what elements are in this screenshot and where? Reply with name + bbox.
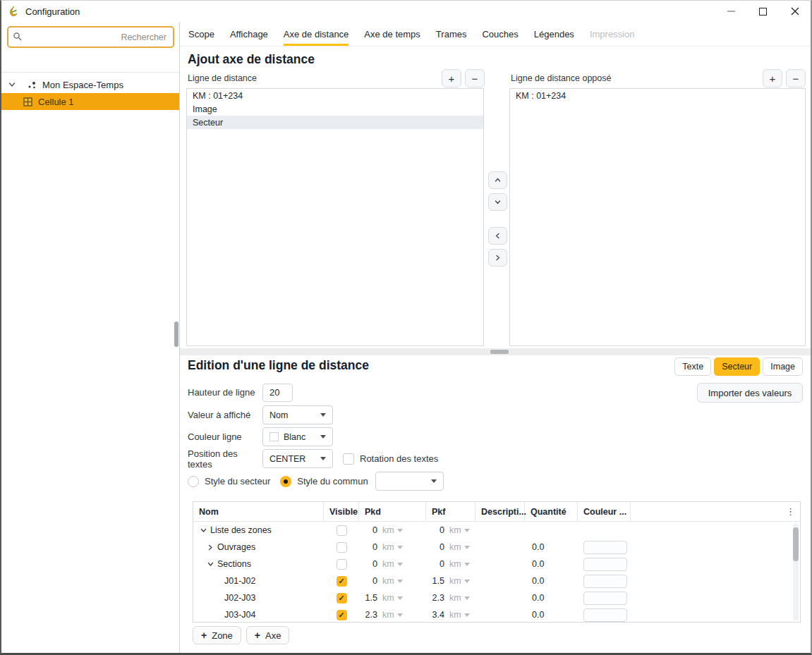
couleur-input[interactable] <box>583 608 627 622</box>
couleur-dropdown[interactable]: Blanc <box>262 427 333 446</box>
pkd-cell-value[interactable]: 0 <box>359 576 377 586</box>
tab-axe-de-distance[interactable]: Axe de distance <box>284 22 349 46</box>
visible-checkbox[interactable] <box>337 525 347 536</box>
column-header-visible[interactable]: Visible <box>324 502 359 521</box>
hauteur-input[interactable] <box>262 384 293 402</box>
add-ligne-button[interactable]: + <box>442 69 461 87</box>
pkf-cell-value[interactable]: 2.3 <box>426 593 444 603</box>
column-header-quantite[interactable]: Quantité <box>525 502 578 521</box>
pkd-cell-value[interactable]: 1.5 <box>359 593 377 603</box>
visible-checkbox[interactable]: ✓ <box>337 593 347 604</box>
table-row[interactable]: Sections0km0km0.0 <box>193 556 800 573</box>
style-commun-radio[interactable] <box>280 476 291 487</box>
pkd-cell-value[interactable]: 0 <box>359 559 377 569</box>
pkd-cell-unit[interactable]: km <box>382 610 394 620</box>
table-row[interactable]: Ouvrages0km0km0.0 <box>193 539 800 556</box>
splitter-grip[interactable] <box>490 350 509 354</box>
pkf-cell-unit[interactable]: km <box>449 593 461 603</box>
pkf-cell-value[interactable]: 3.4 <box>426 610 444 620</box>
column-header-pkd[interactable]: Pkd <box>359 502 426 521</box>
table-row[interactable]: J01-J02✓0km1.5km0.0 <box>193 573 800 589</box>
list-item[interactable]: Secteur <box>187 116 483 129</box>
pkd-cell-unit[interactable]: km <box>382 542 394 552</box>
mode-button-secteur[interactable]: Secteur <box>714 357 760 376</box>
remove-ligne-button[interactable]: − <box>465 69 485 87</box>
expander-down-icon[interactable] <box>198 527 209 534</box>
tree-item-espace-temps[interactable]: Mon Espace-Temps <box>1 76 179 93</box>
import-values-button[interactable]: Importer des valeurs <box>697 383 803 403</box>
couleur-input[interactable] <box>583 541 627 554</box>
tab-couches[interactable]: Couches <box>482 22 518 46</box>
add-zone-button[interactable]: +Zone <box>193 626 241 644</box>
pkf-cell-value[interactable]: 1.5 <box>426 576 444 586</box>
visible-checkbox[interactable] <box>337 559 347 570</box>
tree-item-cellule-1[interactable]: Cellule 1 <box>1 93 179 110</box>
tab-legendes[interactable]: Légendes <box>534 22 574 46</box>
column-header-couleur[interactable]: Couleur ... <box>578 502 631 521</box>
pkf-cell-unit[interactable]: km <box>449 525 461 535</box>
table-scrollbar[interactable] <box>793 523 799 620</box>
move-down-button[interactable] <box>488 193 507 211</box>
pkf-cell: 2.3km <box>426 589 475 606</box>
pkf-cell-value[interactable]: 0 <box>426 542 444 552</box>
pkd-cell-unit[interactable]: km <box>382 593 394 603</box>
expander-right-icon[interactable] <box>205 544 216 551</box>
column-header-pkf[interactable]: Pkf <box>426 502 475 521</box>
list-item[interactable]: KM : 01+234 <box>510 89 805 102</box>
maximize-button[interactable] <box>747 1 779 22</box>
minimize-button[interactable] <box>715 1 747 22</box>
column-options-icon[interactable]: ⋮ <box>786 506 795 518</box>
pkf-cell-unit[interactable]: km <box>449 576 461 586</box>
tab-impression[interactable]: Impression <box>590 22 635 46</box>
pkd-cell-value[interactable]: 2.3 <box>359 610 377 620</box>
tab-affichage[interactable]: Affichage <box>230 22 268 46</box>
pkf-cell-value[interactable]: 0 <box>426 559 444 569</box>
search-input[interactable] <box>7 26 174 48</box>
pkf-cell-unit[interactable]: km <box>449 542 461 552</box>
style-secteur-radio[interactable] <box>188 476 199 487</box>
couleur-input[interactable] <box>583 558 627 571</box>
add-axe-button[interactable]: +Axe <box>246 626 290 644</box>
sidebar-scrollbar[interactable] <box>174 322 178 347</box>
tab-scope[interactable]: Scope <box>188 22 214 46</box>
pkf-cell-unit[interactable]: km <box>449 559 461 569</box>
chevron-down-icon[interactable] <box>7 80 17 89</box>
list-item[interactable]: KM : 01+234 <box>187 89 483 102</box>
table-row[interactable]: J03-J04✓2.3km3.4km0.0 <box>193 606 800 623</box>
move-left-button[interactable] <box>488 227 507 245</box>
valeur-dropdown[interactable]: Nom <box>262 405 333 424</box>
chevron-up-icon <box>494 176 502 184</box>
tab-axe-de-temps[interactable]: Axe de temps <box>364 22 420 46</box>
horizontal-splitter[interactable] <box>180 348 811 355</box>
pkf-cell-value[interactable]: 0 <box>426 525 444 535</box>
table-row[interactable]: J02-J03✓1.5km2.3km0.0 <box>193 589 800 606</box>
pkd-cell-unit[interactable]: km <box>382 559 394 569</box>
couleur-input[interactable] <box>583 592 627 605</box>
couleur-input[interactable] <box>583 575 627 588</box>
style-dropdown[interactable] <box>375 472 444 491</box>
visible-checkbox[interactable]: ✓ <box>337 576 347 587</box>
pkd-cell-unit[interactable]: km <box>382 525 394 535</box>
move-right-button[interactable] <box>488 249 507 267</box>
visible-checkbox[interactable]: ✓ <box>337 610 347 620</box>
position-dropdown[interactable]: CENTER <box>262 449 333 468</box>
rotation-checkbox[interactable] <box>343 453 354 465</box>
close-button[interactable] <box>779 1 811 22</box>
mode-button-texte[interactable]: Texte <box>674 357 711 376</box>
pkd-cell-value[interactable]: 0 <box>359 542 377 552</box>
column-header-descripti[interactable]: Descripti... <box>475 502 525 521</box>
table-row[interactable]: Liste des zones0km0km <box>193 522 800 539</box>
move-up-button[interactable] <box>488 171 507 189</box>
table-scrollbar-thumb[interactable] <box>793 527 799 561</box>
pkf-cell-unit[interactable]: km <box>449 610 461 620</box>
list-item[interactable]: Image <box>187 102 483 116</box>
add-ligne-oppose-button[interactable]: + <box>763 69 782 87</box>
mode-button-image[interactable]: Image <box>763 357 803 376</box>
column-header-nom[interactable]: Nom <box>193 502 324 521</box>
visible-checkbox[interactable] <box>337 542 347 553</box>
pkd-cell-unit[interactable]: km <box>382 576 394 586</box>
expander-down-icon[interactable] <box>205 561 216 568</box>
tab-trames[interactable]: Trames <box>436 22 467 46</box>
pkd-cell-value[interactable]: 0 <box>359 525 377 535</box>
remove-ligne-oppose-button[interactable]: − <box>786 69 806 87</box>
